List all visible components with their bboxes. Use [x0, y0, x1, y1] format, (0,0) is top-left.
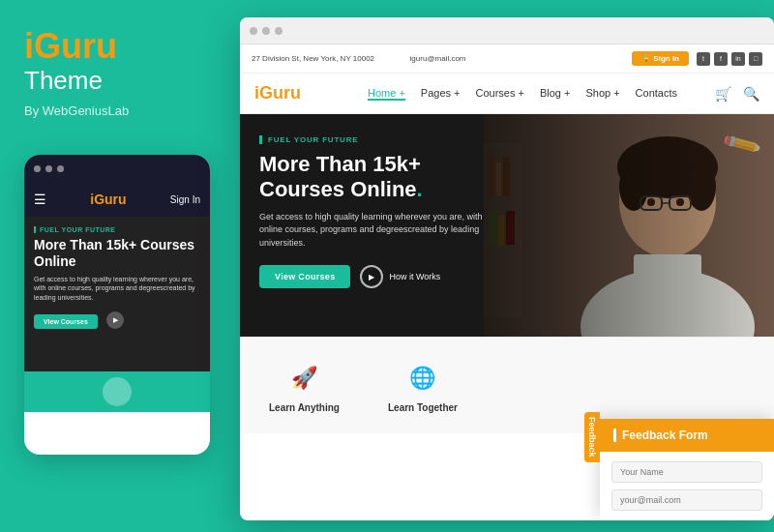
hero-buttons: View Courses ▶ How it Works — [259, 265, 491, 288]
hero-title: More Than 15k+ Courses Online. — [259, 152, 491, 203]
hero-content: FUEL YOUR FUTURE More Than 15k+ Courses … — [259, 135, 491, 288]
bottom-item-learn-anything: 🚀 Learn Anything — [269, 359, 340, 413]
feedback-tab[interactable]: Feedback — [584, 412, 600, 462]
browser-address-left: 27 Division St, New York, NY 10002 — [252, 54, 402, 63]
brand-logo: iGuru — [24, 29, 117, 64]
view-courses-button[interactable]: View Courses — [259, 265, 350, 288]
nav-home[interactable]: Home + — [368, 87, 405, 101]
brand-subtitle: Theme — [24, 66, 103, 96]
nav-pages[interactable]: Pages + — [421, 87, 461, 101]
feedback-title: Feedback Form — [622, 429, 708, 442]
browser-address-right: iguru@mail.com — [410, 54, 466, 63]
mobile-hero-tag: FUEL YOUR FUTURE — [34, 226, 200, 233]
learn-anything-label: Learn Anything — [269, 402, 340, 413]
mobile-dot-2 — [45, 165, 52, 172]
browser-signin-button[interactable]: 🔒 Sign In — [632, 51, 689, 66]
mobile-dot-1 — [34, 165, 41, 172]
mobile-mockup: ☰ iGuru Sign In FUEL YOUR FUTURE More Th… — [24, 155, 210, 455]
site-nav: iGuru Home + Pages + Courses + Blog + Sh… — [240, 74, 774, 114]
mobile-hero-content: FUEL YOUR FUTURE More Than 15k+ Courses … — [24, 217, 210, 339]
mobile-signin[interactable]: Sign In — [170, 194, 200, 205]
instagram-icon[interactable]: □ — [749, 52, 762, 66]
hero-title-line2: Courses Online. — [259, 177, 423, 201]
mobile-bottom-strip — [24, 371, 210, 412]
cart-icon[interactable]: 🛒 — [715, 86, 731, 102]
browser-dot-1 — [250, 27, 257, 35]
rocket-icon: 🚀 — [284, 359, 323, 398]
play-label: How it Works — [389, 272, 440, 281]
twitter-icon[interactable]: t — [697, 52, 710, 66]
mobile-cta-button[interactable]: View Courses — [34, 314, 98, 329]
feedback-header: Feedback Form — [600, 419, 774, 452]
mobile-top-bar — [24, 155, 210, 182]
site-nav-icons: 🛒 🔍 — [715, 86, 759, 102]
mobile-dot-3 — [57, 165, 64, 172]
nav-blog[interactable]: Blog + — [540, 87, 571, 101]
browser-top-bar: 27 Division St, New York, NY 10002 iguru… — [240, 44, 774, 74]
browser-dot-3 — [275, 27, 283, 35]
facebook-icon[interactable]: f — [714, 52, 728, 66]
mobile-header: ☰ iGuru Sign In — [24, 182, 210, 217]
hero-title-line1: More Than 15k+ — [259, 152, 421, 176]
browser-mockup: 27 Division St, New York, NY 10002 iguru… — [240, 17, 774, 520]
site-logo-rest: Guru — [259, 83, 301, 103]
browser-chrome — [240, 17, 774, 44]
mobile-hero: FUEL YOUR FUTURE More Than 15k+ Courses … — [24, 217, 210, 371]
learn-together-label: Learn Together — [388, 402, 458, 413]
feedback-header-bar — [613, 429, 616, 442]
globe-icon: 🌐 — [403, 359, 442, 398]
hero-tag: FUEL YOUR FUTURE — [259, 135, 491, 144]
hero-description: Get access to high quality learning wher… — [259, 211, 491, 251]
browser-dot-2 — [262, 27, 270, 35]
how-it-works-button[interactable]: ▶ How it Works — [360, 265, 440, 288]
play-icon: ▶ — [360, 265, 383, 288]
site-nav-links: Home + Pages + Courses + Blog + Shop + C… — [330, 87, 715, 101]
site-logo: iGuru — [254, 83, 301, 103]
bottom-item-learn-together: 🌐 Learn Together — [388, 359, 458, 413]
hero-section: ✏️ FUEL YOUR FUTURE More Than 15k+ Cours… — [240, 114, 774, 337]
feedback-email-input[interactable] — [611, 489, 762, 511]
brand-logo-i: i — [24, 26, 34, 66]
feedback-body — [600, 452, 774, 520]
feedback-name-input[interactable] — [611, 461, 762, 483]
nav-contacts[interactable]: Contacts — [636, 87, 677, 101]
mobile-logo-rest: Guru — [94, 192, 126, 207]
nav-shop[interactable]: Shop + — [585, 87, 619, 101]
mobile-logo: iGuru — [90, 192, 126, 207]
browser-social-icons: t f in □ — [697, 52, 762, 66]
feedback-panel: Feedback Form — [600, 419, 774, 520]
hamburger-icon[interactable]: ☰ — [34, 192, 46, 207]
brand-logo-rest: Guru — [34, 26, 117, 66]
linkedin-icon[interactable]: in — [731, 52, 745, 66]
mobile-person-avatar — [103, 377, 132, 406]
mobile-hero-desc: Get access to high quality learning wher… — [34, 275, 200, 303]
brand-by: By WebGeniusLab — [24, 103, 129, 118]
left-panel: iGuru Theme By WebGeniusLab ☰ iGuru Sign… — [0, 0, 232, 532]
mobile-hero-title: More Than 15k+ Courses Online — [34, 237, 200, 270]
mobile-play-button[interactable]: ▶ — [106, 311, 124, 329]
search-icon[interactable]: 🔍 — [743, 86, 759, 102]
nav-courses[interactable]: Courses + — [475, 87, 523, 101]
